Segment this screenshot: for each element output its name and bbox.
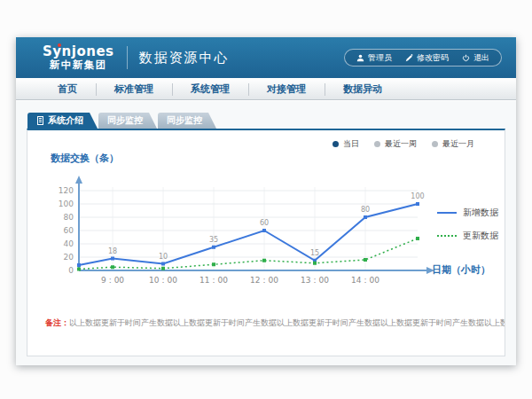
tab-label: 同步监控 (167, 114, 202, 127)
x-axis-title: 日期（小时） (432, 263, 490, 277)
svg-text:80: 80 (64, 213, 74, 222)
svg-text:11：00: 11：00 (200, 276, 228, 285)
app-header: Synjones 新中新集团 数据资源中心 管理员修改密码退出 (16, 37, 516, 78)
svg-text:120: 120 (59, 186, 74, 195)
logo-text: Synjones (43, 44, 114, 59)
svg-text:9：00: 9：00 (101, 276, 124, 285)
nav-item-0[interactable]: 首页 (39, 82, 96, 96)
nav-item-2[interactable]: 系统管理 (172, 82, 248, 96)
svg-text:100: 100 (59, 200, 74, 208)
footnote-label: 备注： (45, 318, 69, 327)
nav-menu: 首页标准管理系统管理对接管理数据异动 (16, 78, 516, 100)
tab-bar: 系统介绍同步监控同步监控 (27, 113, 217, 129)
legend-swatch (437, 212, 457, 214)
svg-text:18: 18 (108, 247, 117, 255)
user-menu-item-1[interactable]: 修改密码 (405, 52, 449, 64)
tab-label: 同步监控 (107, 114, 143, 127)
user-menu: 管理员修改密码退出 (344, 49, 502, 66)
tab-0[interactable]: 系统介绍 (27, 113, 98, 129)
legend-swatch (437, 235, 457, 237)
svg-text:20: 20 (64, 253, 74, 262)
chart-card: 当日最近一周最近一月 数据交换（条） 9：0010：0011：0012：0013… (27, 129, 505, 356)
svg-text:35: 35 (209, 236, 218, 244)
user-menu-item-2[interactable]: 退出 (462, 52, 489, 64)
svg-text:13：00: 13：00 (301, 276, 329, 285)
legend-label: 新增数据 (463, 207, 498, 219)
user-menu-label: 管理员 (368, 52, 392, 64)
user-icon (356, 54, 364, 62)
svg-text:0: 0 (68, 266, 74, 275)
svg-text:14：00: 14：00 (351, 276, 379, 285)
user-menu-label: 修改密码 (417, 52, 449, 64)
header-divider (127, 46, 128, 69)
svg-text:80: 80 (361, 206, 370, 214)
nav-item-3[interactable]: 对接管理 (248, 82, 325, 96)
document-icon (36, 116, 44, 125)
tab-1[interactable]: 同步监控 (98, 113, 157, 129)
user-menu-item-0[interactable]: 管理员 (356, 52, 392, 64)
user-menu-label: 退出 (473, 52, 489, 64)
legend-label: 更新数据 (463, 230, 498, 242)
edit-icon (405, 54, 413, 62)
svg-text:10：00: 10：00 (149, 276, 177, 285)
page-title: 数据资源中心 (139, 50, 230, 66)
tab-label: 系统介绍 (48, 114, 83, 127)
app-window: Synjones 新中新集团 数据资源中心 管理员修改密码退出 首页标准管理系统… (16, 37, 516, 365)
footnote: 备注：以上数据更新于时间产生数据以上数据更新于时间产生数据以上数据更新于时间产生… (27, 317, 505, 329)
chart-legend: 新增数据更新数据 (437, 207, 498, 242)
svg-text:40: 40 (64, 239, 74, 248)
logo-subtext: 新中新集团 (43, 59, 114, 71)
logo: Synjones 新中新集团 (43, 44, 114, 70)
svg-text:15: 15 (310, 249, 319, 257)
svg-text:100: 100 (411, 192, 424, 200)
svg-text:60: 60 (64, 226, 74, 235)
nav-item-1[interactable]: 标准管理 (96, 82, 172, 96)
svg-text:12：00: 12：00 (250, 276, 278, 285)
svg-text:10: 10 (159, 253, 168, 261)
legend-item-1[interactable]: 更新数据 (437, 230, 498, 242)
content-area: 系统介绍同步监控同步监控 当日最近一周最近一月 数据交换（条） 9：0010：0… (16, 101, 516, 365)
tab-2[interactable]: 同步监控 (158, 113, 216, 129)
footnote-text: 以上数据更新于时间产生数据以上数据更新于时间产生数据以上数据更新于时间产生数据以… (69, 318, 505, 327)
svg-text:60: 60 (260, 219, 269, 227)
nav-item-4[interactable]: 数据异动 (325, 82, 401, 96)
legend-item-0[interactable]: 新增数据 (437, 207, 498, 219)
power-icon (462, 54, 470, 62)
